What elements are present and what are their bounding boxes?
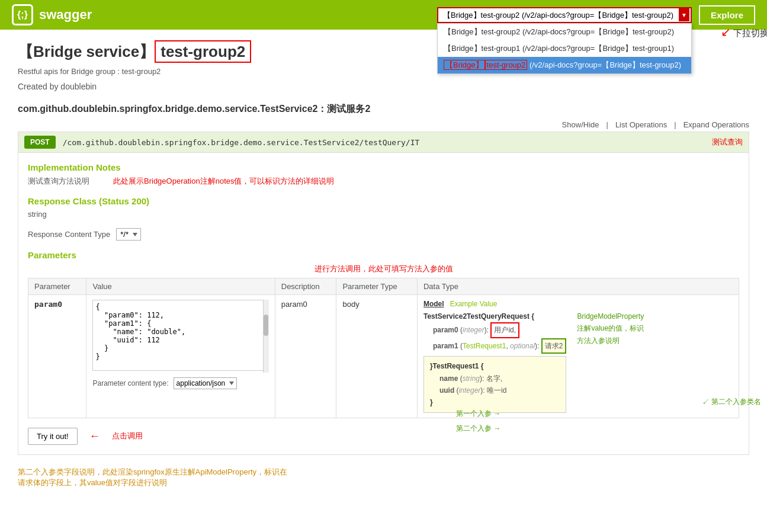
explore-button[interactable]: Explore	[699, 5, 755, 25]
show-hide-link[interactable]: Show/Hide	[562, 120, 599, 129]
param-description: param0	[275, 295, 336, 418]
parameters-label: Parameters	[28, 250, 739, 260]
dropdown-menu[interactable]: 【Bridge】test-group2 (/v2/api-docs?group=…	[437, 23, 692, 74]
expand-operations-link[interactable]: Expand Operations	[683, 120, 749, 129]
impl-notes-label: Implementation Notes	[28, 162, 739, 172]
model-field-0: param0 (integer): 用户id,	[423, 322, 567, 338]
model-tab[interactable]: Model	[423, 300, 444, 308]
model-tab-row: Model Example Value	[423, 300, 733, 308]
try-it-out-button[interactable]: Try it out!	[28, 428, 78, 445]
model-content: TestService2TestQueryRequest { param0 (i…	[423, 310, 567, 413]
nested-model-title: }TestRequest1 {	[430, 360, 560, 372]
model-field-1: param1 (TestRequest1, optional): 请求2	[423, 338, 567, 354]
try-btn-row: Try it out! ← 点击调用	[28, 428, 739, 445]
bridge-annotation: BridgeModelProperty注解value的值，标识方法入参说明	[577, 310, 678, 347]
scrollbar-thumb	[264, 315, 268, 336]
col-parameter: Parameter	[28, 278, 86, 295]
col-value: Value	[86, 278, 275, 295]
col-parameter-type: Parameter Type	[336, 278, 418, 295]
header: {;} swagger 【Bridge】test-group2 (/v2/api…	[0, 0, 767, 30]
title-prefix: 【Bridge service】	[18, 43, 155, 60]
main-content: 【Bridge service】test-group2 Restful apis…	[0, 30, 767, 500]
param0-desc-highlight: 用户id,	[490, 322, 519, 338]
endpoint-block: POST /com.github.doublebin.springfox.bri…	[18, 132, 749, 455]
model-annotations: BridgeModelProperty注解value的值，标识方法入参说明	[571, 310, 678, 370]
nested-model: }TestRequest1 { name (string): 名字, uuid	[423, 356, 567, 413]
param-data-type-cell: Model Example Value TestService2TestQuer…	[417, 295, 739, 418]
response-class-label: Response Class (Status 200)	[28, 196, 739, 206]
logo-text: swagger	[39, 7, 92, 23]
param-row: param0 { "param0": 112, "param1": { "nam…	[28, 295, 739, 418]
content-type-label: Parameter content type:	[92, 379, 168, 387]
response-content-type-select[interactable]: */*	[116, 228, 141, 241]
impl-notes-annotation: 此处展示BridgeOperation注解notes值，可以标识方法的详细说明	[113, 176, 334, 187]
service-title: com.github.doublebin.springfox.bridge.de…	[18, 103, 749, 116]
col-description: Description	[275, 278, 336, 295]
title-group: test-group2	[155, 40, 251, 63]
nested-model-close: }	[430, 396, 560, 408]
nested-field-name: name (string): 名字,	[430, 373, 560, 384]
param1-desc-highlight: 请求2	[541, 338, 567, 354]
col-data-type: Data Type	[417, 278, 739, 295]
header-right: 【Bridge】test-group2 (/v2/api-docs?group=…	[437, 5, 755, 25]
model-section: TestService2TestQueryRequest { param0 (i…	[423, 310, 733, 413]
bottom-annotations: 第二个入参类字段说明，此处渲染springfox原生注解ApiModelProp…	[18, 467, 749, 488]
endpoint-path: /com.github.doublebin.springfox.bridge.d…	[63, 138, 712, 147]
logo: {;} swagger	[12, 4, 92, 25]
response-type-row: Response Content Type */*	[28, 228, 739, 241]
group-dropdown-container: 【Bridge】test-group2 (/v2/api-docs?group=…	[437, 7, 692, 23]
param-name: param0	[34, 300, 62, 309]
swagger-logo-icon: {;}	[12, 4, 33, 25]
try-arrow-icon: ←	[89, 430, 100, 443]
content-type-select[interactable]: application/json	[174, 377, 237, 389]
response-content-type-label: Response Content Type	[28, 230, 110, 239]
params-table-header: Parameter Value Description Parameter Ty…	[28, 278, 739, 295]
dropdown-option-1[interactable]: 【Bridge】test-group2 (/v2/api-docs?group=…	[438, 24, 691, 40]
endpoint-header: POST /com.github.doublebin.springfox.bri…	[18, 132, 749, 153]
impl-notes-text: 测试查询方法说明	[28, 176, 89, 187]
field-annotation: 第二个入参类字段说明，此处渲染springfox原生注解ApiModelProp…	[18, 467, 287, 488]
param-value-cell: { "param0": 112, "param1": { "name": "do…	[86, 295, 275, 418]
parameters-annotation: 进行方法调用，此处可填写方法入参的值	[28, 264, 739, 274]
dropdown-option-2[interactable]: 【Bridge】test-group1 (/v2/api-docs?group=…	[438, 40, 691, 57]
dropdown-option-3[interactable]: 【Bridge】test-group2 (/v2/api-docs?group=…	[438, 57, 691, 73]
group-dropdown[interactable]: 【Bridge】test-group2 (/v2/api-docs?group=…	[437, 7, 692, 23]
method-badge: POST	[24, 136, 56, 149]
response-class-value: string	[28, 210, 739, 219]
example-value-tab[interactable]: Example Value	[450, 300, 498, 308]
endpoint-body: Implementation Notes 测试查询方法说明 此处展示Bridge…	[18, 153, 749, 454]
endpoint-link[interactable]: 测试查询	[712, 137, 743, 148]
parameters-table: Parameter Value Description Parameter Ty…	[28, 278, 739, 418]
list-operations-link[interactable]: List Operations	[615, 120, 667, 129]
try-annotation: 点击调用	[112, 431, 143, 441]
param-type: body	[336, 295, 418, 418]
nested-field-uuid: uuid (integer): 唯一id	[430, 384, 560, 396]
dropdown-annotation: ↙ 下拉切换分组	[721, 25, 767, 39]
model-title: TestService2TestQueryRequest {	[423, 310, 567, 322]
param-value-textarea[interactable]: { "param0": 112, "param1": { "name": "do…	[92, 300, 268, 371]
param-content-type-row: Parameter content type: application/json	[92, 377, 268, 389]
scrollbar[interactable]	[263, 300, 269, 373]
created-by: Created by doublebin	[18, 82, 749, 91]
operations-toolbar: Show/Hide | List Operations | Expand Ope…	[18, 120, 749, 129]
